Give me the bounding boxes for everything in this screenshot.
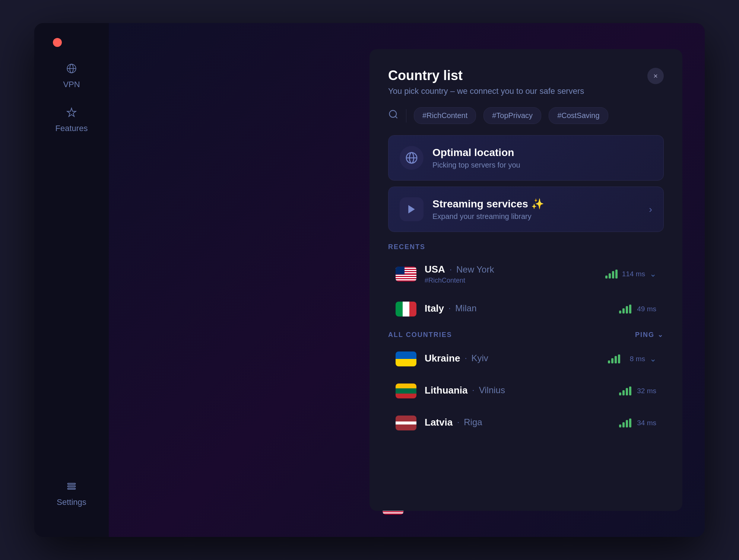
ukraine-city-name: Kyiv [472,353,488,363]
features-icon [63,104,80,121]
usa-ping-area: 114 ms ⌄ [605,269,656,279]
latvia-name-row: Latvia · Riga [425,417,611,428]
latvia-signal-icon [619,419,631,427]
search-icon[interactable] [388,109,399,122]
svg-rect-3 [68,483,76,484]
lithuania-country-name: Lithuania [425,385,468,396]
ping-sort-chevron-icon: ⌄ [657,331,664,339]
all-countries-header: ALL COUNTRIES PING ⌄ [388,331,664,339]
usa-flag [396,267,416,281]
sidebar-settings-label: Settings [57,497,86,507]
usa-city-name: New York [456,264,494,275]
usa-expand-icon[interactable]: ⌄ [650,269,656,279]
sidebar-item-vpn[interactable]: VPN [63,60,80,89]
ukraine-name-row: Ukraine · Kyiv [425,353,600,364]
latvia-city-name: Riga [464,417,482,427]
svg-rect-5 [68,488,76,489]
streaming-text: Streaming services ✨ Expand your streami… [432,198,544,221]
latvia-ping-area: 34 ms [619,419,656,427]
italy-signal-icon [619,305,631,314]
optimal-location-text: Optimal location Picking top servers for… [432,147,520,169]
recents-section-label: RECENTS [388,243,664,251]
all-countries-label: ALL COUNTRIES [388,331,452,339]
sidebar-item-settings[interactable]: Settings [57,478,86,507]
sidebar-features-label: Features [55,124,88,133]
tag-costsaving[interactable]: #CostSaving [549,107,608,124]
latvia-ping-value: 34 ms [636,419,656,427]
optimal-location-card[interactable]: Optimal location Picking top servers for… [388,135,664,181]
lithuania-city-name: Vilnius [479,385,505,395]
lithuania-name-row: Lithuania · Vilnius [425,385,611,396]
italy-country-info: Italy · Milan [425,303,611,316]
recent-italy-item[interactable]: Italy · Milan 49 ms [388,295,664,323]
usa-tag: #RichContent [425,277,597,284]
italy-flag [396,302,416,316]
svg-point-6 [390,111,397,118]
italy-city-name: Milan [455,303,476,314]
search-divider [406,109,406,122]
streaming-icon [400,197,424,221]
italy-country-name: Italy [425,303,444,314]
vpn-icon [63,60,80,77]
optimal-location-icon [400,146,424,170]
country-latvia-item[interactable]: Latvia · Riga 34 ms [388,409,664,437]
panel-title: Country list [388,68,584,83]
ukraine-expand-icon[interactable]: ⌄ [650,354,656,364]
settings-icon [63,478,80,494]
lithuania-signal-icon [619,386,631,395]
close-window-button[interactable] [53,38,62,47]
optimal-location-subtitle: Picking top servers for you [432,161,520,169]
usa-ping-value: 114 ms [622,270,645,278]
country-list-panel: Country list You pick country – we conne… [370,49,682,511]
svg-rect-4 [68,486,76,487]
sidebar-vpn-label: VPN [63,80,80,89]
lithuania-country-info: Lithuania · Vilnius [425,385,611,398]
sidebar: VPN Features Settings [34,23,109,537]
ukraine-country-name: Ukraine [425,353,460,364]
latvia-country-info: Latvia · Riga [425,417,611,430]
italy-ping-value: 49 ms [636,305,656,313]
sidebar-item-features[interactable]: Features [55,104,88,133]
lithuania-ping-value: 32 ms [636,387,656,395]
usa-country-info: USA · New York #RichContent [425,264,597,284]
close-panel-button[interactable]: × [647,68,664,84]
ukraine-ping-area: 8 ms ⌄ [608,354,656,364]
panel-title-area: Country list You pick country – we conne… [388,68,584,96]
app-window: VPN Features Settings [34,23,705,537]
ukraine-signal-icon [608,354,620,363]
country-lithuania-item[interactable]: Lithuania · Vilnius 32 ms [388,377,664,405]
ukraine-flag [396,351,416,366]
latvia-flag [396,416,416,430]
svg-marker-11 [408,205,415,214]
ukraine-country-info: Ukraine · Kyiv [425,353,600,366]
ping-sort-label: PING [635,331,654,339]
streaming-services-card[interactable]: Streaming services ✨ Expand your streami… [388,187,664,232]
ping-sort-button[interactable]: PING ⌄ [635,331,664,339]
tag-topprivacy[interactable]: #TopPrivacy [483,107,541,124]
lithuania-flag [396,384,416,398]
italy-ping-area: 49 ms [619,305,656,314]
usa-country-name: USA [425,264,445,275]
optimal-location-title: Optimal location [432,147,520,159]
recent-usa-item[interactable]: USA · New York #RichContent 114 ms ⌄ [388,257,664,291]
streaming-chevron-icon: › [649,204,652,215]
panel-header: Country list You pick country – we conne… [388,68,664,96]
usa-name-row: USA · New York [425,264,597,275]
latvia-country-name: Latvia [425,417,453,428]
country-ukraine-item[interactable]: Ukraine · Kyiv 8 ms ⌄ [388,345,664,373]
panel-subtitle: You pick country – we connect you to our… [388,86,584,96]
ukraine-ping-value: 8 ms [625,355,645,363]
streaming-subtitle: Expand your streaming library [432,212,544,221]
usa-signal-icon [605,270,618,279]
main-content: USA Country list You pick country – we c… [109,23,705,537]
streaming-title: Streaming services ✨ [432,198,544,210]
lithuania-ping-area: 32 ms [619,386,656,395]
search-row: #RichContent #TopPrivacy #CostSaving [388,107,664,124]
tag-richcontent[interactable]: #RichContent [414,107,476,124]
svg-line-7 [395,116,397,118]
italy-name-row: Italy · Milan [425,303,611,314]
